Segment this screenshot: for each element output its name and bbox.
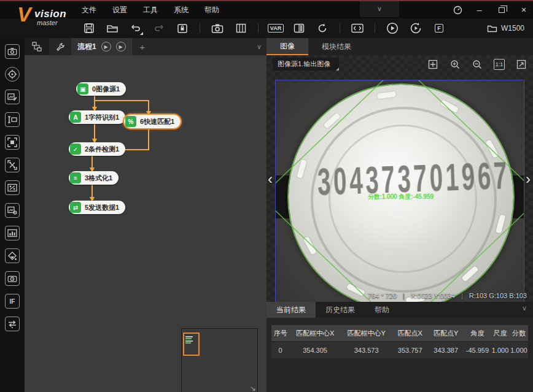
save-locked-icon[interactable]: [175, 21, 190, 35]
if-condition-tool-icon[interactable]: IF: [5, 294, 20, 309]
selector-corner-icon: [336, 67, 339, 71]
col-angle: 角度: [464, 329, 491, 338]
minimap-node-mark: [185, 342, 191, 344]
node-format[interactable]: ≡ 3格式化1: [69, 171, 119, 185]
process-run-loop-icon[interactable]: ▶: [116, 42, 126, 52]
menu-bar: 文件 设置 工具 系统 帮助: [82, 1, 219, 18]
flowchart-view-button[interactable]: [25, 38, 49, 55]
compare-icon[interactable]: [292, 21, 306, 35]
node-label: 1字符识别1: [81, 113, 124, 122]
frame-trigger-icon[interactable]: F: [432, 21, 446, 35]
image-source-selector[interactable]: 图像源1.输出图像: [273, 58, 339, 71]
performance-gauge-icon[interactable]: [452, 4, 463, 15]
tab-current-result[interactable]: 当前结果: [266, 302, 316, 318]
logo-v-mark: V: [17, 2, 31, 26]
code-icon[interactable]: [350, 21, 365, 35]
fast-match-node-icon: %: [125, 116, 136, 127]
next-image-arrow[interactable]: ›: [526, 171, 531, 188]
col-scale: 尺度: [491, 329, 510, 338]
image-edit-tool-icon[interactable]: [5, 90, 20, 104]
histogram-tool-icon[interactable]: [5, 226, 20, 240]
fill-tool-icon[interactable]: [5, 248, 20, 263]
process-run-once-icon[interactable]: ▶: [101, 42, 111, 52]
undo-dropdown-corner: [140, 32, 143, 35]
tab-image[interactable]: 图像: [266, 38, 308, 55]
col-score: 分数: [510, 329, 528, 338]
data-send-tool-icon[interactable]: [5, 317, 20, 331]
save-icon[interactable]: [82, 21, 96, 35]
zoom-out-icon[interactable]: [472, 59, 483, 70]
col-match-box-center-x: 匹配框中心X: [289, 329, 341, 338]
minimize-button[interactable]: –: [474, 4, 485, 15]
flow-minimap[interactable]: ↘: [181, 328, 258, 392]
minimap-resize-handle[interactable]: ↘: [250, 384, 256, 392]
fit-view-icon[interactable]: [427, 59, 438, 70]
refresh-icon[interactable]: [315, 21, 330, 35]
one-to-one-icon[interactable]: 1:1: [494, 59, 505, 70]
main-toolbar: VAR F W1500: [0, 18, 533, 38]
position-tool-icon[interactable]: [5, 158, 20, 172]
compare-tool-icon[interactable]: [5, 180, 20, 195]
tab-module-result[interactable]: 模块结果: [308, 38, 365, 55]
minimap-viewport[interactable]: [183, 332, 200, 356]
logo-brand-text: vision: [34, 8, 66, 20]
workspace-indicator[interactable]: W1500: [487, 18, 524, 38]
flow-header-chevron-icon[interactable]: ∨: [257, 43, 262, 51]
menu-system[interactable]: 系统: [174, 5, 189, 15]
col-match-point-y: 匹配点Y: [428, 329, 464, 338]
menu-help[interactable]: 帮助: [204, 5, 219, 15]
layout-columns-icon[interactable]: [233, 21, 248, 35]
tab-history-result[interactable]: 历史结果: [316, 302, 365, 318]
camera-tool-icon[interactable]: [5, 44, 20, 59]
image-viewport[interactable]: 304373701967 分数:1.000 角度:-45.959 图像源1.输出…: [266, 55, 533, 302]
prev-image-arrow[interactable]: ‹: [268, 171, 273, 188]
node-fast-match[interactable]: % 6快速匹配1: [124, 115, 181, 128]
fullscreen-icon[interactable]: [516, 59, 527, 70]
add-process-button[interactable]: +: [132, 38, 153, 55]
focus-tool-icon[interactable]: [5, 135, 20, 150]
window-controls: – ×: [452, 1, 529, 18]
match-score-overlay-text: 分数:1.000 角度:-45.959: [368, 193, 434, 201]
undo-icon[interactable]: [128, 21, 143, 35]
node-send-data[interactable]: ⇄ 5发送数据1: [69, 201, 125, 214]
run-continuous-icon[interactable]: [408, 21, 423, 35]
camera-icon[interactable]: [210, 21, 225, 35]
process-tab[interactable]: 流程1 ▶ ▶: [71, 38, 132, 55]
node-char-recognition[interactable]: A 1字符识别1: [69, 110, 125, 124]
variable-icon[interactable]: VAR: [268, 21, 283, 35]
restore-button[interactable]: [496, 4, 507, 15]
workspace-label: W1500: [501, 24, 524, 33]
menu-settings[interactable]: 设置: [112, 5, 127, 15]
tab-help[interactable]: 帮助: [365, 302, 399, 318]
result-tabs: 当前结果 历史结果 帮助: [266, 302, 533, 318]
node-condition-check[interactable]: ✓ 2条件检测1: [69, 142, 125, 156]
image-tabs: 图像 模块结果: [266, 38, 533, 55]
image-source-selector-label: 图像源1.输出图像: [278, 60, 330, 69]
flow-header: 流程1 ▶ ▶ + ∨: [25, 38, 266, 55]
format-node-icon: ≡: [70, 172, 81, 183]
open-folder-icon[interactable]: [105, 21, 120, 35]
node-image-source[interactable]: ▣ 0图像源1: [76, 82, 126, 96]
table-row[interactable]: 0 354.305 343.573 353.757 343.387 -45.95…: [271, 342, 528, 358]
match-result-table: 序号 匹配框中心X 匹配框中心Y 匹配点X 匹配点Y 角度 尺度 分数 0 35…: [271, 325, 528, 358]
wrench-icon[interactable]: [49, 38, 71, 55]
result-table-area: 序号 匹配框中心X 匹配框中心Y 匹配点X 匹配点Y 角度 尺度 分数 0 35…: [266, 318, 533, 392]
node-label: 0图像源1: [88, 85, 125, 94]
menu-file[interactable]: 文件: [82, 5, 96, 15]
result-panel-chevron-icon[interactable]: ∨: [522, 304, 527, 312]
target-tool-icon[interactable]: [5, 67, 20, 82]
flow-canvas[interactable]: ▣ 0图像源1 A 1字符识别1 % 6快速匹配1 ✓ 2条件检测1 ≡ 3格式…: [25, 55, 266, 392]
run-once-icon[interactable]: [385, 21, 400, 35]
image-settings-tool-icon[interactable]: [5, 203, 20, 218]
restore-icon: [499, 7, 505, 13]
menu-tools[interactable]: 工具: [143, 5, 158, 15]
toolbar-separator: [258, 23, 259, 33]
measure-tool-icon[interactable]: [5, 112, 20, 127]
zoom-in-icon[interactable]: [449, 59, 461, 70]
close-button[interactable]: ×: [518, 4, 529, 15]
title-bar: 文件 设置 工具 系统 帮助 ∨ – ×: [0, 1, 533, 18]
image-status-line: 764 * 720 | X:0623 Y:0034 | R:103 G:103 …: [368, 292, 527, 299]
timer-camera-tool-icon[interactable]: [5, 271, 20, 286]
image-source-node-icon: ▣: [77, 83, 88, 94]
titlebar-collapse-chevron[interactable]: ∨: [360, 1, 399, 17]
